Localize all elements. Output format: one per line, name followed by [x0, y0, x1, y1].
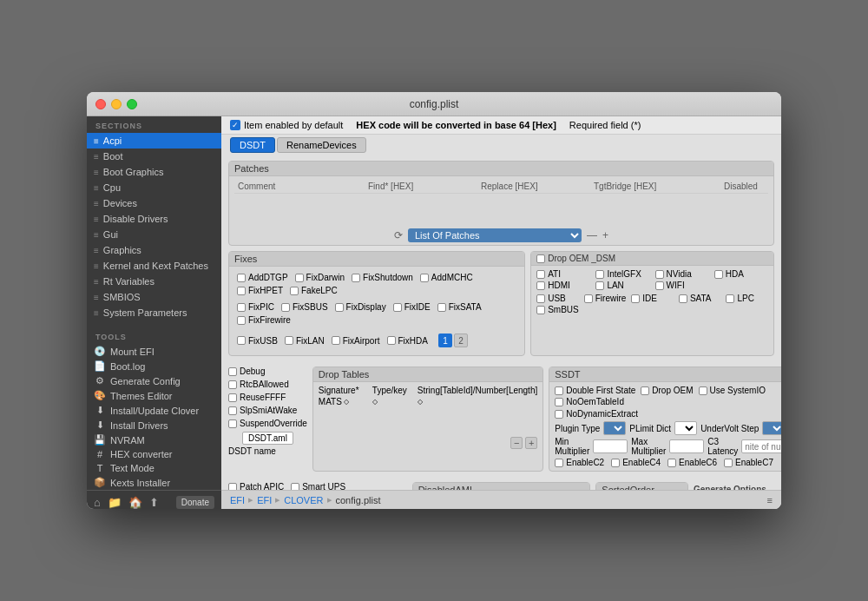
drop-lpc-cb[interactable] — [726, 294, 734, 303]
tool-install-clover[interactable]: ⬇ Install/Update Clover — [87, 403, 221, 418]
tool-generate-config[interactable]: ⚙ Generate Config — [87, 373, 221, 388]
fix-fixshutdown[interactable]: FixShutdown — [352, 273, 413, 282]
drop-smbus[interactable]: SmBUS — [536, 305, 579, 314]
fix-fixairport-cb[interactable] — [332, 336, 340, 345]
path-menu-icon[interactable]: ≡ — [767, 495, 773, 505]
drop-lan[interactable]: LAN — [595, 281, 649, 290]
list-refresh-icon[interactable]: ⟳ — [394, 229, 403, 241]
sidebar-item-cpu[interactable]: ≡ Cpu — [87, 180, 221, 195]
plimit-select[interactable] — [674, 421, 697, 435]
drop-hda[interactable]: HDA — [714, 269, 768, 279]
drop-hdmi-cb[interactable] — [536, 281, 545, 290]
fix-fixshutdown-cb[interactable] — [352, 274, 360, 282]
fix-fixsbus-cb[interactable] — [281, 303, 290, 312]
drop-ide-cb[interactable] — [631, 294, 640, 303]
drop-nvidia-cb[interactable] — [655, 270, 664, 279]
path-efi1[interactable]: EFI — [230, 495, 245, 505]
drop-sata[interactable]: SATA — [679, 294, 721, 303]
fix-adddtgp[interactable]: AddDTGP — [237, 273, 288, 282]
fix-fixhda-cb[interactable] — [387, 336, 396, 345]
rtc-cb-item[interactable]: RtcBAllowed — [228, 380, 289, 389]
max-mult-input[interactable] — [669, 439, 704, 453]
fix-fixairport[interactable]: FixAirport — [332, 336, 380, 346]
sidebar-item-system-parameters[interactable]: ≡ System Parameters — [87, 305, 221, 320]
fix-fixhda[interactable]: FixHDA — [387, 336, 428, 346]
drop-usb[interactable]: USB — [536, 294, 579, 303]
drop-sata-cb[interactable] — [679, 294, 687, 303]
debug-cb-item[interactable]: Debug — [228, 367, 265, 376]
fix-fixhpet[interactable]: FixHPET — [237, 286, 283, 295]
list-minus-btn[interactable]: — — [587, 229, 597, 241]
share-icon[interactable]: ⬆ — [149, 496, 159, 509]
drop-lpc[interactable]: LPC — [726, 294, 768, 303]
drop-hda-cb[interactable] — [714, 270, 723, 279]
path-clover[interactable]: CLOVER — [284, 495, 323, 505]
c3-input[interactable] — [741, 439, 781, 453]
debug-cb[interactable] — [228, 367, 237, 376]
tool-hex-converter[interactable]: # HEX converter — [87, 447, 221, 461]
no-oem-table-cb[interactable]: NoOemTableId — [555, 397, 624, 406]
drop-oem-cb[interactable] — [536, 254, 545, 263]
suspend-cb[interactable] — [228, 419, 237, 428]
double-first-cb[interactable]: Double First State — [555, 386, 635, 395]
fix-fakelpc[interactable]: FakeLPC — [290, 286, 338, 295]
fix-fixide-cb[interactable] — [393, 303, 402, 312]
minimize-button[interactable] — [111, 99, 122, 109]
drop-smbus-cb[interactable] — [536, 306, 545, 314]
tool-themes-editor[interactable]: 🎨 Themes Editor — [87, 388, 221, 403]
drop-intelgfx-cb[interactable] — [595, 270, 604, 279]
fix-fixsata[interactable]: FixSATA — [437, 302, 482, 312]
fix-fixpic[interactable]: FixPIC — [237, 302, 274, 312]
fix-fixfirewire[interactable]: FixFirewire — [237, 315, 291, 325]
tab-dsdt[interactable]: DSDT — [230, 137, 275, 153]
sidebar-item-boot-graphics[interactable]: ≡ Boot Graphics — [87, 164, 221, 180]
patch-apic-cb[interactable]: Patch APIC — [228, 482, 284, 490]
smart-ups-cb[interactable]: Smart UPS — [291, 482, 345, 490]
sidebar-item-acpi[interactable]: ≡ Acpi — [87, 133, 221, 149]
maximize-button[interactable] — [127, 99, 137, 109]
drop-hdmi[interactable]: HDMI — [536, 281, 590, 290]
fix-fixusb-cb[interactable] — [237, 336, 246, 345]
drop-tables-plus[interactable]: + — [525, 437, 537, 449]
drop-usb-cb[interactable] — [536, 294, 545, 303]
donate-button[interactable]: Donate — [176, 496, 214, 509]
reuse-cb[interactable] — [228, 393, 237, 402]
fix-addmchc-cb[interactable] — [420, 274, 429, 282]
fix-fixdisplay[interactable]: FixDisplay — [335, 302, 386, 312]
drop-intelgfx[interactable]: IntelGFX — [595, 269, 649, 279]
slp-cb[interactable] — [228, 406, 237, 415]
fix-fixusb[interactable]: FixUSB — [237, 336, 278, 346]
fix-fixhpet-cb[interactable] — [237, 287, 246, 295]
fix-fixfirewire-cb[interactable] — [237, 316, 246, 325]
fix-fixdarwin-cb[interactable] — [295, 274, 304, 282]
tab-rename-devices[interactable]: RenameDevices — [277, 137, 366, 153]
sidebar-item-devices[interactable]: ≡ Devices — [87, 195, 221, 211]
fix-fixdarwin[interactable]: FixDarwin — [295, 273, 345, 282]
enable-c4[interactable]: EnableC4 — [611, 458, 661, 467]
list-of-patches-select[interactable]: List Of Patches — [408, 228, 582, 242]
no-dynamic-cb[interactable]: NoDynamicExtract — [555, 409, 781, 419]
tool-install-drivers[interactable]: ⬇ Install Drivers — [87, 418, 221, 433]
drop-oem-checkbox-item[interactable]: Drop OEM _DSM — [536, 254, 768, 263]
tool-nvram[interactable]: 💾 NVRAM — [87, 433, 221, 447]
rtc-cb[interactable] — [228, 380, 237, 389]
use-systemio-cb[interactable]: Use SystemIO — [699, 386, 766, 395]
fix-fixdisplay-cb[interactable] — [335, 303, 344, 312]
close-button[interactable] — [95, 99, 106, 109]
drop-ati[interactable]: ATI — [536, 269, 590, 279]
slp-cb-item[interactable]: SlpSmiAtWake — [228, 406, 297, 415]
reuse-cb-item[interactable]: ReuseFFFF — [228, 393, 286, 402]
fix-fixpic-cb[interactable] — [237, 303, 246, 312]
drop-tables-minus[interactable]: − — [510, 437, 523, 449]
fix-adddtgp-cb[interactable] — [237, 274, 246, 282]
fix-fixsata-cb[interactable] — [437, 303, 446, 312]
tool-text-mode[interactable]: T Text Mode — [87, 461, 221, 475]
drop-firewire[interactable]: Firewire — [584, 294, 627, 303]
sidebar-item-gui[interactable]: ≡ Gui — [87, 227, 221, 242]
page-2-btn[interactable]: 2 — [454, 334, 468, 347]
sidebar-item-graphics[interactable]: ≡ Graphics — [87, 242, 221, 258]
folder-icon[interactable]: 📁 — [108, 496, 122, 509]
up-icon[interactable]: 🏠 — [128, 496, 142, 509]
plugin-type-select[interactable] — [603, 421, 626, 435]
undervolt-select[interactable] — [762, 421, 781, 435]
